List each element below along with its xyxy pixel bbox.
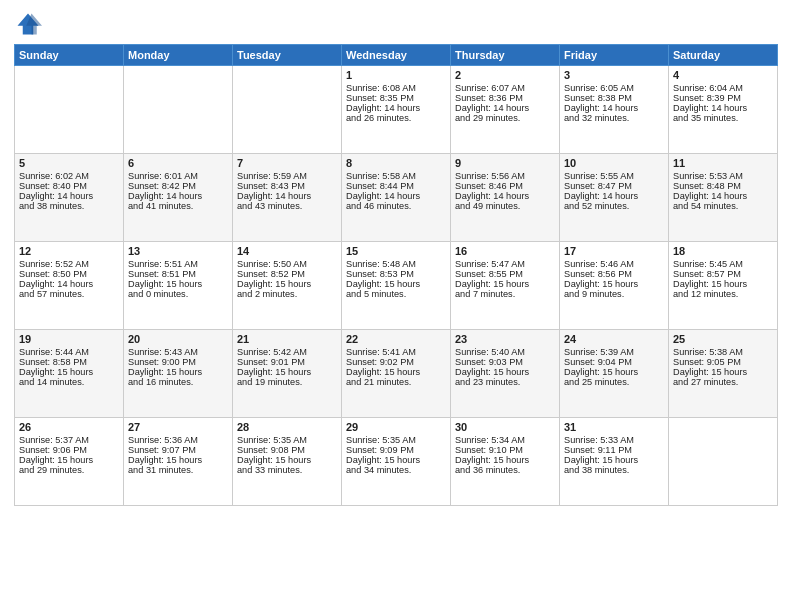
cell-info-line: Sunset: 9:08 PM — [237, 445, 337, 455]
day-number: 25 — [673, 333, 773, 345]
cell-info-line: and 2 minutes. — [237, 289, 337, 299]
calendar-cell: 23Sunrise: 5:40 AMSunset: 9:03 PMDayligh… — [451, 330, 560, 418]
cell-info-line: and 14 minutes. — [19, 377, 119, 387]
cell-info-line: Daylight: 14 hours — [455, 103, 555, 113]
cell-info-line: Sunset: 8:47 PM — [564, 181, 664, 191]
day-number: 22 — [346, 333, 446, 345]
cell-info-line: Sunrise: 5:43 AM — [128, 347, 228, 357]
cell-info-line: Sunset: 9:05 PM — [673, 357, 773, 367]
cell-info-line: Sunrise: 6:05 AM — [564, 83, 664, 93]
cell-info-line: Sunrise: 5:38 AM — [673, 347, 773, 357]
cell-info-line: and 41 minutes. — [128, 201, 228, 211]
cell-info-line: Daylight: 14 hours — [346, 191, 446, 201]
cell-info-line: and 29 minutes. — [19, 465, 119, 475]
calendar-cell: 2Sunrise: 6:07 AMSunset: 8:36 PMDaylight… — [451, 66, 560, 154]
cell-info-line: Daylight: 14 hours — [564, 191, 664, 201]
calendar-cell: 7Sunrise: 5:59 AMSunset: 8:43 PMDaylight… — [233, 154, 342, 242]
cell-info-line: Sunset: 8:57 PM — [673, 269, 773, 279]
cell-info-line: Daylight: 15 hours — [128, 279, 228, 289]
cell-info-line: Daylight: 15 hours — [564, 455, 664, 465]
day-number: 23 — [455, 333, 555, 345]
day-number: 28 — [237, 421, 337, 433]
cell-info-line: and 9 minutes. — [564, 289, 664, 299]
cell-info-line: Sunset: 8:53 PM — [346, 269, 446, 279]
cell-info-line: Sunset: 8:36 PM — [455, 93, 555, 103]
day-number: 30 — [455, 421, 555, 433]
cell-info-line: Sunrise: 5:40 AM — [455, 347, 555, 357]
cell-info-line: Daylight: 14 hours — [19, 191, 119, 201]
cell-info-line: Sunrise: 5:56 AM — [455, 171, 555, 181]
cell-info-line: Sunset: 9:03 PM — [455, 357, 555, 367]
cell-info-line: Sunset: 8:44 PM — [346, 181, 446, 191]
day-number: 9 — [455, 157, 555, 169]
day-number: 4 — [673, 69, 773, 81]
cell-info-line: Sunset: 8:52 PM — [237, 269, 337, 279]
calendar-cell: 30Sunrise: 5:34 AMSunset: 9:10 PMDayligh… — [451, 418, 560, 506]
cell-info-line: Daylight: 15 hours — [237, 455, 337, 465]
cell-info-line: Sunrise: 5:39 AM — [564, 347, 664, 357]
calendar-cell: 1Sunrise: 6:08 AMSunset: 8:35 PMDaylight… — [342, 66, 451, 154]
cell-info-line: Sunrise: 6:01 AM — [128, 171, 228, 181]
cell-info-line: and 38 minutes. — [19, 201, 119, 211]
day-number: 8 — [346, 157, 446, 169]
cell-info-line: Daylight: 14 hours — [346, 103, 446, 113]
cell-info-line: and 36 minutes. — [455, 465, 555, 475]
cell-info-line: and 33 minutes. — [237, 465, 337, 475]
cell-info-line: Sunset: 9:00 PM — [128, 357, 228, 367]
day-number: 10 — [564, 157, 664, 169]
cell-info-line: Daylight: 15 hours — [564, 279, 664, 289]
cell-info-line: and 23 minutes. — [455, 377, 555, 387]
calendar-cell: 9Sunrise: 5:56 AMSunset: 8:46 PMDaylight… — [451, 154, 560, 242]
weekday-header: Friday — [560, 45, 669, 66]
cell-info-line: and 26 minutes. — [346, 113, 446, 123]
logo — [14, 10, 46, 38]
calendar-week-row: 1Sunrise: 6:08 AMSunset: 8:35 PMDaylight… — [15, 66, 778, 154]
day-number: 17 — [564, 245, 664, 257]
header — [14, 10, 778, 38]
cell-info-line: Sunset: 8:58 PM — [19, 357, 119, 367]
cell-info-line: Sunset: 9:11 PM — [564, 445, 664, 455]
page: SundayMondayTuesdayWednesdayThursdayFrid… — [0, 0, 792, 612]
cell-info-line: Sunrise: 6:04 AM — [673, 83, 773, 93]
cell-info-line: Sunrise: 5:37 AM — [19, 435, 119, 445]
calendar-cell: 18Sunrise: 5:45 AMSunset: 8:57 PMDayligh… — [669, 242, 778, 330]
cell-info-line: Daylight: 15 hours — [564, 367, 664, 377]
calendar-cell: 28Sunrise: 5:35 AMSunset: 9:08 PMDayligh… — [233, 418, 342, 506]
calendar-cell: 15Sunrise: 5:48 AMSunset: 8:53 PMDayligh… — [342, 242, 451, 330]
cell-info-line: Sunset: 8:42 PM — [128, 181, 228, 191]
cell-info-line: and 12 minutes. — [673, 289, 773, 299]
cell-info-line: Sunrise: 5:51 AM — [128, 259, 228, 269]
calendar-cell: 17Sunrise: 5:46 AMSunset: 8:56 PMDayligh… — [560, 242, 669, 330]
cell-info-line: Daylight: 15 hours — [237, 367, 337, 377]
day-number: 12 — [19, 245, 119, 257]
cell-info-line: Daylight: 15 hours — [237, 279, 337, 289]
calendar-cell: 26Sunrise: 5:37 AMSunset: 9:06 PMDayligh… — [15, 418, 124, 506]
cell-info-line: and 38 minutes. — [564, 465, 664, 475]
day-number: 16 — [455, 245, 555, 257]
calendar-cell: 8Sunrise: 5:58 AMSunset: 8:44 PMDaylight… — [342, 154, 451, 242]
calendar-week-row: 5Sunrise: 6:02 AMSunset: 8:40 PMDaylight… — [15, 154, 778, 242]
cell-info-line: Sunset: 8:43 PM — [237, 181, 337, 191]
cell-info-line: and 34 minutes. — [346, 465, 446, 475]
cell-info-line: and 54 minutes. — [673, 201, 773, 211]
cell-info-line: and 29 minutes. — [455, 113, 555, 123]
cell-info-line: and 5 minutes. — [346, 289, 446, 299]
weekday-header: Thursday — [451, 45, 560, 66]
day-number: 18 — [673, 245, 773, 257]
cell-info-line: Sunset: 8:38 PM — [564, 93, 664, 103]
calendar-cell: 19Sunrise: 5:44 AMSunset: 8:58 PMDayligh… — [15, 330, 124, 418]
cell-info-line: Daylight: 14 hours — [237, 191, 337, 201]
cell-info-line: Daylight: 15 hours — [346, 279, 446, 289]
calendar-cell: 21Sunrise: 5:42 AMSunset: 9:01 PMDayligh… — [233, 330, 342, 418]
cell-info-line: Sunset: 9:09 PM — [346, 445, 446, 455]
cell-info-line: and 46 minutes. — [346, 201, 446, 211]
cell-info-line: Sunrise: 6:08 AM — [346, 83, 446, 93]
day-number: 11 — [673, 157, 773, 169]
day-number: 5 — [19, 157, 119, 169]
calendar-cell: 27Sunrise: 5:36 AMSunset: 9:07 PMDayligh… — [124, 418, 233, 506]
cell-info-line: Sunrise: 5:53 AM — [673, 171, 773, 181]
day-number: 27 — [128, 421, 228, 433]
cell-info-line: and 25 minutes. — [564, 377, 664, 387]
calendar: SundayMondayTuesdayWednesdayThursdayFrid… — [14, 44, 778, 506]
day-number: 7 — [237, 157, 337, 169]
